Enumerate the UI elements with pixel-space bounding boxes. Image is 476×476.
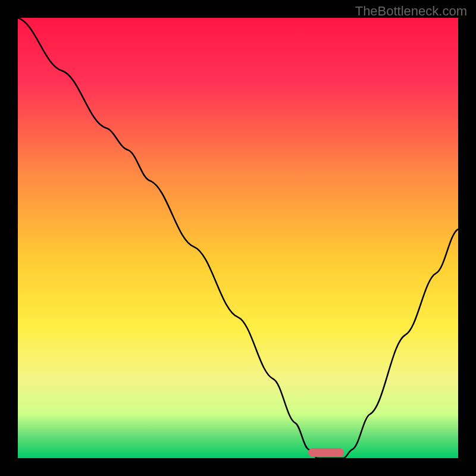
curve-overlay bbox=[18, 18, 458, 458]
bottleneck-curve bbox=[18, 18, 458, 458]
chart-area bbox=[18, 18, 458, 458]
watermark-text: TheBottleneck.com bbox=[355, 4, 467, 19]
optimal-marker bbox=[308, 448, 343, 457]
